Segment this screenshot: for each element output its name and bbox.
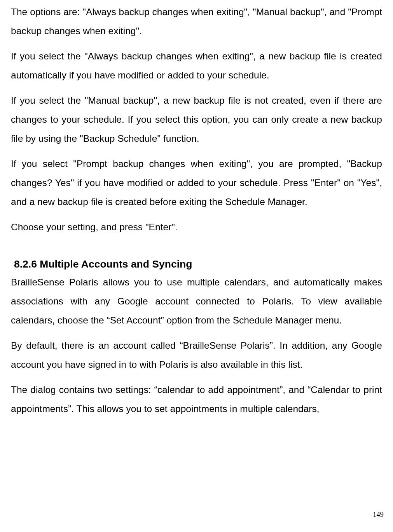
paragraph-options: The options are: "Always backup changes … — [11, 2, 382, 40]
paragraph-always-backup: If you select the "Always backup changes… — [11, 47, 382, 85]
paragraph-multiple-calendars: BrailleSense Polaris allows you to use m… — [11, 273, 382, 330]
paragraph-prompt-backup: If you select "Prompt backup changes whe… — [11, 154, 382, 211]
paragraph-choose-setting: Choose your setting, and press "Enter". — [11, 217, 382, 236]
section-heading-826: 8.2.6 Multiple Accounts and Syncing — [14, 258, 382, 270]
paragraph-manual-backup: If you select the "Manual backup", a new… — [11, 91, 382, 148]
paragraph-default-account: By default, there is an account called “… — [11, 336, 382, 374]
paragraph-dialog-settings: The dialog contains two settings: “calen… — [11, 380, 382, 418]
page-number: 149 — [373, 511, 384, 519]
